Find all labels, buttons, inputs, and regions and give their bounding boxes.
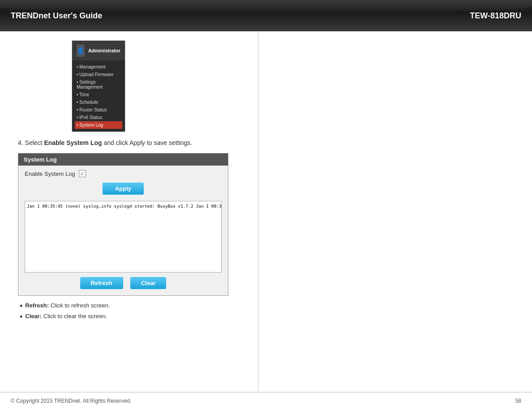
menu-item-ipv6-status[interactable]: • IPv6 Status bbox=[77, 114, 120, 121]
apply-btn-row: Apply bbox=[25, 183, 222, 195]
bullet-dot-refresh: • bbox=[20, 302, 22, 310]
bullets-section: • Refresh: Click to refresh screen. • Cl… bbox=[20, 302, 260, 321]
enable-label: Enable System Log bbox=[25, 170, 75, 177]
menu-items-list: • Management • Upload Firmware • Setting… bbox=[72, 60, 125, 132]
vertical-divider bbox=[258, 31, 258, 398]
page-header: TRENDnet User's Guide TEW-818DRU bbox=[0, 0, 532, 31]
main-content: 👤 Administrator • Management • Upload Fi… bbox=[0, 31, 278, 332]
step-text2: and click Apply to save settings. bbox=[102, 139, 193, 146]
log-buttons-row: Refresh Clear bbox=[25, 277, 222, 289]
step-text: Select bbox=[23, 139, 44, 146]
menu-item-router-status[interactable]: • Router Status bbox=[77, 106, 120, 114]
enable-checkbox[interactable]: ✓ bbox=[79, 170, 86, 177]
step-number: 4. bbox=[18, 139, 23, 146]
copyright-text: © Copyright 2015 TRENDnet. All Rights Re… bbox=[11, 398, 131, 404]
clear-button[interactable]: Clear bbox=[130, 277, 167, 289]
menu-header: 👤 Administrator bbox=[72, 41, 125, 60]
admin-icon: 👤 bbox=[77, 44, 85, 57]
refresh-button[interactable]: Refresh bbox=[80, 277, 123, 289]
guide-title: TRENDnet User's Guide bbox=[11, 11, 102, 21]
bullet-clear-text: Clear: Click to clear the screen. bbox=[25, 313, 107, 320]
panel-title: System Log bbox=[18, 153, 228, 166]
system-log-panel: System Log Enable System Log ✓ Apply Jan… bbox=[18, 153, 228, 296]
step-instruction: 4. Select Enable System Log and click Ap… bbox=[18, 138, 260, 148]
menu-screenshot: 👤 Administrator • Management • Upload Fi… bbox=[72, 40, 125, 132]
admin-label: Administrator bbox=[88, 48, 120, 53]
product-title: TEW-818DRU bbox=[470, 11, 521, 21]
bullet-clear-bold: Clear: bbox=[25, 313, 42, 320]
step-bold: Enable System Log bbox=[44, 139, 102, 146]
apply-button[interactable]: Apply bbox=[103, 183, 144, 195]
bullet-refresh: • Refresh: Click to refresh screen. bbox=[20, 302, 260, 310]
bullet-refresh-text: Refresh: Click to refresh screen. bbox=[25, 302, 110, 309]
page-footer: © Copyright 2015 TRENDnet. All Rights Re… bbox=[0, 392, 532, 409]
log-area[interactable]: Jan 1 00:35:45 (none) syslog.info syslog… bbox=[25, 201, 222, 273]
menu-item-system-log[interactable]: • System Log bbox=[75, 121, 122, 129]
page-number: 58 bbox=[515, 398, 521, 404]
menu-item-schedule[interactable]: • Schedule bbox=[77, 98, 120, 106]
bullet-dot-clear: • bbox=[20, 313, 22, 321]
menu-item-upload-firmware[interactable]: • Upload Firmware bbox=[77, 71, 120, 78]
enable-row: Enable System Log ✓ bbox=[25, 170, 222, 177]
panel-body: Enable System Log ✓ Apply Jan 1 00:35:45… bbox=[18, 166, 228, 295]
menu-item-management[interactable]: • Management bbox=[77, 63, 120, 71]
bullet-clear-desc: Click to clear the screen. bbox=[42, 313, 107, 320]
menu-item-settings-management[interactable]: • Settings Management bbox=[77, 78, 120, 91]
bullet-refresh-desc: Click to refresh screen. bbox=[49, 302, 110, 309]
menu-item-time[interactable]: • Time bbox=[77, 91, 120, 98]
bullet-refresh-bold: Refresh: bbox=[25, 302, 49, 309]
bullet-clear: • Clear: Click to clear the screen. bbox=[20, 313, 260, 321]
